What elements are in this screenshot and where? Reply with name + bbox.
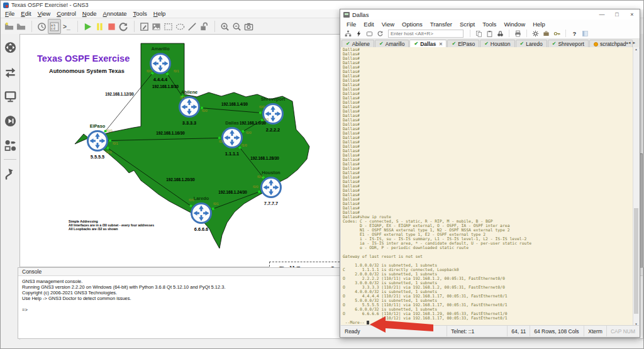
gns3-menu-annotate[interactable]: Annotate — [100, 10, 130, 17]
draw-rectangle-button[interactable] — [162, 19, 174, 33]
session-manager-icon — [582, 30, 589, 37]
find-button[interactable] — [495, 29, 505, 38]
crt-menu-window[interactable]: Window — [500, 21, 529, 28]
link-endpoint-dot — [109, 139, 111, 141]
new-project-button[interactable] — [3, 19, 15, 33]
lock-button[interactable] — [198, 19, 210, 33]
console-connect-all-button[interactable]: >_ — [61, 19, 73, 33]
router-name-label: Abilene — [181, 89, 197, 95]
zoom-out-button[interactable] — [231, 19, 243, 33]
screenshot-button[interactable] — [243, 19, 255, 33]
stop-button[interactable] — [106, 19, 118, 33]
router-name-label: Amarillo — [151, 46, 170, 52]
snapshot-button[interactable] — [36, 19, 48, 33]
toolbar-separator — [506, 30, 509, 37]
gns3-menu-node[interactable]: Node — [79, 10, 100, 17]
interface-label: f1/0 — [106, 150, 112, 154]
connected-check-icon: ✔ — [414, 42, 418, 47]
session-dialog-button[interactable] — [343, 29, 353, 38]
terminal-scrollbar-thumb[interactable] — [634, 208, 638, 314]
terminal-area[interactable]: Dallas# Dallas# Dallas# Dallas# Dallas# … — [341, 47, 639, 326]
help-button[interactable]: ? — [569, 29, 579, 38]
router-node-Amarillo[interactable] — [151, 54, 170, 74]
router-node-ElPaso[interactable] — [88, 131, 108, 151]
start-button[interactable] — [82, 19, 94, 33]
gns3-menu-tools[interactable]: Tools — [130, 10, 150, 17]
suspend-button[interactable] — [94, 19, 106, 33]
quick-connect-button[interactable] — [353, 29, 364, 38]
connected-check-icon: ✔ — [484, 42, 489, 47]
draw-ellipse-button[interactable] — [174, 19, 186, 33]
toolbar-separator — [130, 21, 135, 32]
find-icon — [497, 30, 504, 37]
link-endpoint-dot — [258, 191, 260, 193]
crt-menu-tools[interactable]: Tools — [479, 21, 500, 28]
options-button[interactable] — [530, 29, 540, 38]
reconnect-button[interactable] — [375, 29, 385, 38]
addressing-note-line: All Loopbacks are /32 as shown — [69, 227, 118, 231]
filter-icon — [553, 30, 560, 37]
interface-label: f1/0 — [242, 143, 247, 147]
crt-menu-script[interactable]: Script — [456, 21, 479, 28]
sidebar-security-devices-button[interactable] — [3, 114, 17, 128]
stop-icon — [107, 22, 116, 31]
insert-image-button[interactable] — [150, 19, 162, 33]
zoom-in-button[interactable] — [219, 19, 231, 33]
router-loopback-label: 5.5.5.5 — [91, 154, 104, 160]
terminal-scrollbar[interactable]: ▲ ▼ — [633, 47, 639, 326]
router-name-label: Houston — [262, 170, 280, 175]
toolbar-separator — [210, 21, 215, 32]
gns3-menu-view[interactable]: View — [35, 10, 53, 17]
router-node-Laredo[interactable] — [192, 204, 211, 223]
show-interface-labels-button[interactable]: a bc d — [48, 19, 61, 34]
crt-menu-edit[interactable]: Edit — [360, 21, 377, 28]
connect-tab-button[interactable] — [364, 29, 374, 38]
add-note-button[interactable] — [138, 19, 150, 33]
sidebar-all-devices-button[interactable] — [3, 138, 17, 152]
paste-button[interactable] — [484, 29, 494, 38]
session-manager-button[interactable] — [580, 29, 590, 38]
gns3-menu-file[interactable]: File — [2, 10, 18, 17]
gns3-menu-help[interactable]: Help — [150, 10, 169, 17]
sidebar-switches-button[interactable] — [3, 65, 17, 79]
gns3-menu-edit[interactable]: Edit — [18, 10, 34, 17]
open-project-button[interactable] — [15, 19, 27, 33]
tab-label: scratchpad* — [600, 41, 628, 47]
sidebar-add-link-button[interactable] — [3, 167, 17, 180]
crt-menu-file[interactable]: File — [343, 21, 360, 28]
interface-label: f0/1 — [180, 96, 186, 99]
crt-menu-view[interactable]: View — [378, 21, 398, 28]
print-button[interactable] — [513, 29, 523, 38]
router-node-Dallas[interactable] — [223, 128, 242, 148]
reload-button[interactable] — [118, 19, 130, 33]
terminal-output[interactable]: Dallas# Dallas# Dallas# Dallas# Dallas# … — [341, 47, 639, 325]
subnet-label: 192.168.1.16/30 — [156, 131, 185, 135]
securecrt-window-title: Dallas — [352, 11, 369, 18]
maximize-button[interactable]: □ — [609, 11, 625, 18]
crt-menu-options[interactable]: Options — [398, 21, 426, 28]
gns3-menu-control[interactable]: Control — [53, 10, 79, 17]
keymap-button[interactable] — [541, 29, 551, 38]
link-endpoint-dot — [218, 136, 221, 139]
sidebar-end-devices-button[interactable] — [3, 89, 17, 103]
crt-menu-transfer[interactable]: Transfer — [426, 21, 456, 28]
draw-ellipse-icon — [175, 22, 185, 31]
router-loopback-label: 6.6.6.6 — [194, 226, 208, 232]
close-button[interactable]: × — [625, 11, 640, 18]
minimize-button[interactable]: — — [594, 11, 609, 18]
sidebar-routers-button[interactable] — [3, 40, 17, 54]
crt-menu-help[interactable]: Help — [529, 21, 549, 28]
draw-line-button[interactable] — [186, 19, 198, 33]
tab-close-icon[interactable]: × — [439, 41, 442, 47]
copy-button[interactable] — [474, 29, 484, 38]
link-endpoint-dot — [106, 147, 109, 149]
quick-connect-host-input[interactable] — [388, 30, 464, 38]
filter-button[interactable] — [552, 29, 562, 38]
router-node-Abilene[interactable] — [180, 97, 199, 117]
tab-scroll-arrows[interactable]: ◂▸ — [628, 40, 638, 45]
interface-label: f0/1 — [113, 141, 118, 145]
securecrt-titlebar: Dallas — □ × — [340, 9, 640, 19]
scroll-up-icon[interactable]: ▲ — [633, 48, 639, 51]
keymap-icon — [543, 30, 550, 37]
router-node-Houston[interactable] — [262, 178, 281, 197]
